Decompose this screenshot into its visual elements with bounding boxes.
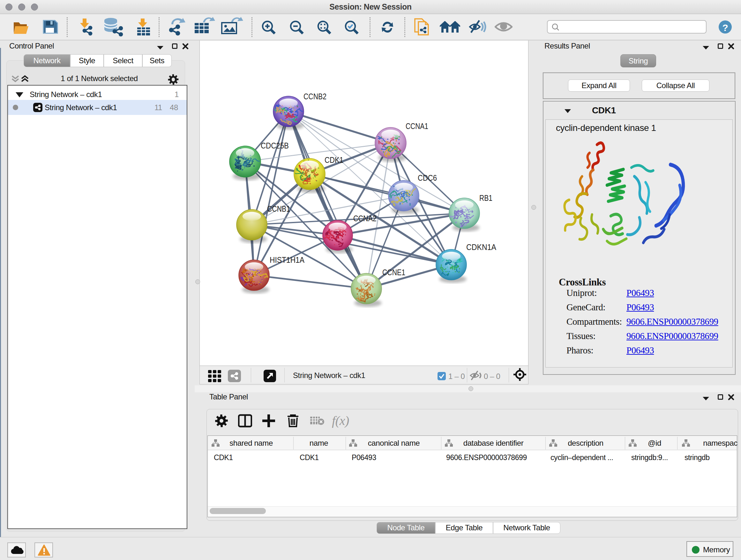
svg-text:CCNA2: CCNA2: [353, 213, 377, 223]
svg-text:CDKN1A: CDKN1A: [466, 242, 496, 252]
svg-text:CCNE1: CCNE1: [382, 267, 405, 277]
svg-text:CDC6: CDC6: [418, 173, 437, 183]
svg-text:CCNB1: CCNB1: [267, 204, 290, 213]
svg-text:CDK1: CDK1: [325, 155, 343, 165]
svg-text:CCNB2: CCNB2: [304, 91, 327, 101]
svg-text:RB1: RB1: [479, 193, 492, 203]
svg-text:CCNA1: CCNA1: [406, 121, 428, 131]
svg-text:CDC25B: CDC25B: [261, 141, 289, 150]
svg-text:HIST1H1A: HIST1H1A: [270, 255, 305, 265]
